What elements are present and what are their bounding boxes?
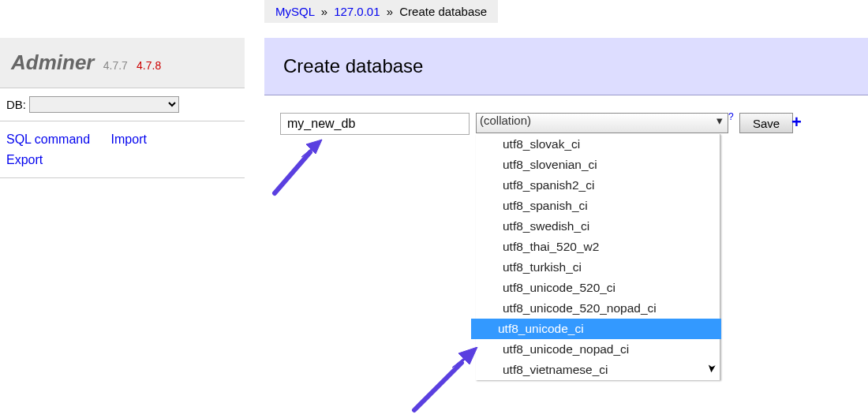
add-button[interactable]: + bbox=[791, 114, 802, 130]
collation-help-link[interactable]: ? bbox=[728, 111, 734, 122]
collation-option[interactable]: utf8_unicode_nopad_ci bbox=[476, 339, 720, 360]
collation-option[interactable]: utf8_spanish_ci bbox=[476, 196, 720, 216]
breadcrumb-host[interactable]: 127.0.01 bbox=[334, 5, 380, 18]
breadcrumb-sep: » bbox=[387, 5, 393, 18]
collation-option[interactable]: utf8_turkish_ci bbox=[476, 257, 720, 278]
collation-dropdown[interactable]: utf8_slovak_ciutf8_slovenian_ciutf8_span… bbox=[476, 134, 720, 380]
db-select[interactable] bbox=[29, 96, 179, 113]
save-button[interactable]: Save bbox=[739, 113, 793, 133]
logo-text: Adminer bbox=[11, 50, 94, 74]
sidebar-links: SQL command Import Export bbox=[0, 121, 245, 178]
collation-option[interactable]: utf8_slovenian_ci bbox=[476, 155, 720, 175]
version-new[interactable]: 4.7.8 bbox=[137, 59, 161, 72]
link-export[interactable]: Export bbox=[6, 153, 43, 166]
breadcrumb-dbms[interactable]: MySQL bbox=[275, 5, 314, 18]
link-sql-command[interactable]: SQL command bbox=[6, 132, 90, 146]
collation-select[interactable]: (collation) ▾ bbox=[476, 113, 728, 133]
collation-option[interactable]: utf8_swedish_ci bbox=[476, 216, 720, 237]
db-label: DB: bbox=[6, 98, 26, 111]
annotation-arrow bbox=[406, 347, 485, 418]
page-title: Create database bbox=[264, 38, 868, 95]
breadcrumb: MySQL » 127.0.01 » Create database bbox=[264, 0, 498, 23]
collation-option[interactable]: utf8_unicode_520_nopad_ci bbox=[476, 298, 720, 319]
db-name-input[interactable] bbox=[280, 113, 470, 135]
logo-bar: Adminer 4.7.7 4.7.8 bbox=[0, 38, 245, 88]
svg-line-3 bbox=[414, 363, 462, 410]
collation-placeholder: (collation) bbox=[480, 114, 531, 127]
collation-option[interactable]: utf8_spanish2_ci bbox=[476, 175, 720, 196]
collation-option[interactable]: utf8_slovak_ci bbox=[476, 134, 720, 155]
collation-option[interactable]: utf8_vietnamese_ci bbox=[476, 360, 720, 380]
annotation-arrow bbox=[267, 138, 330, 201]
collation-option[interactable]: utf8_thai_520_w2 bbox=[476, 237, 720, 257]
chevron-down-icon: ▾ bbox=[716, 114, 723, 128]
mouse-cursor-icon: ➤ bbox=[705, 363, 719, 373]
svg-line-0 bbox=[275, 152, 310, 193]
link-import[interactable]: Import bbox=[111, 132, 147, 146]
version-current: 4.7.7 bbox=[103, 59, 128, 72]
breadcrumb-sep: » bbox=[321, 5, 327, 18]
collation-option[interactable]: utf8_unicode_520_ci bbox=[476, 278, 720, 298]
db-selector-row: DB: bbox=[0, 88, 245, 121]
collation-option[interactable]: utf8_unicode_ci bbox=[471, 319, 721, 339]
create-db-form: (collation) ▾ ? Save + bbox=[280, 113, 470, 135]
sidebar: Adminer 4.7.7 4.7.8 DB: SQL command Impo… bbox=[0, 38, 245, 178]
breadcrumb-current: Create database bbox=[399, 5, 487, 18]
